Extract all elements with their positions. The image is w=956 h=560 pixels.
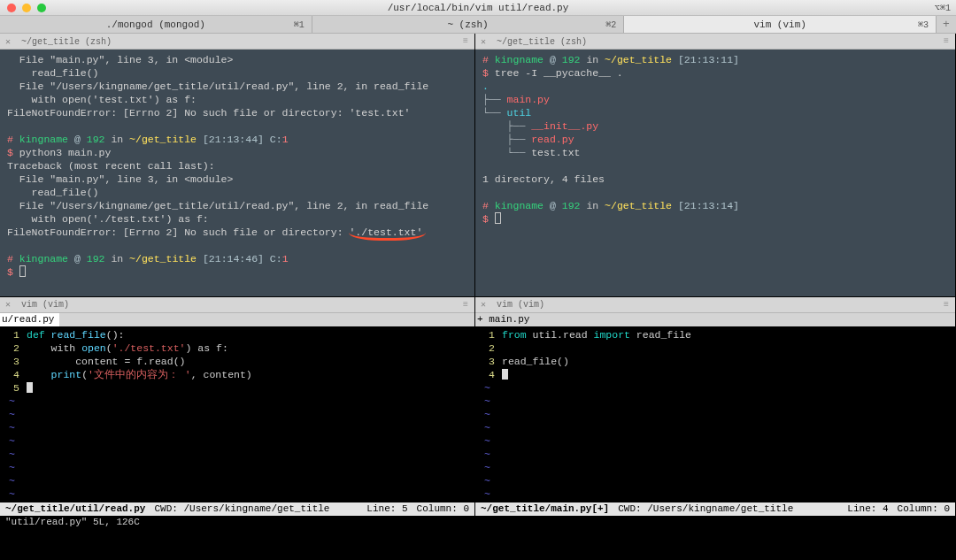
cmd: python3 main.py xyxy=(19,147,112,158)
cursor xyxy=(495,212,501,224)
status-cwd: CWD: /Users/kingname/get_title xyxy=(154,502,329,516)
status-col: Column: 0 xyxy=(898,502,950,516)
close-icon[interactable]: ✕ xyxy=(5,37,11,47)
hamburger-icon[interactable]: ≡ xyxy=(463,300,469,310)
tree-root: . xyxy=(482,81,489,92)
tab-add-button[interactable]: + xyxy=(937,16,956,33)
app-window: /usr/local/bin/vim util/read.py ⌥⌘1 ./mo… xyxy=(0,0,956,560)
cmd: tree -I __pycache__ . xyxy=(495,67,623,79)
tab-label: ~ (zsh) xyxy=(447,19,488,30)
tree-file: read.py xyxy=(531,134,574,145)
tab-shortcut: ⌘1 xyxy=(294,19,305,30)
vim-message xyxy=(475,516,955,529)
pane-title: vim (vim) xyxy=(21,300,69,310)
cursor xyxy=(27,382,33,393)
status-cwd: CWD: /Users/kingname/get_title xyxy=(618,502,793,516)
vim-file-tab[interactable]: + main.py xyxy=(475,313,535,326)
vim-message: "util/read.py" 5L, 126C xyxy=(0,516,474,529)
pane-header: ✕ vim (vim) ≡ xyxy=(0,297,474,313)
tree-summary: 1 directory, 4 files xyxy=(482,173,605,185)
window-title: /usr/local/bin/vim util/read.py xyxy=(0,3,956,13)
tab-zsh[interactable]: ~ (zsh) ⌘2 xyxy=(312,16,625,33)
pane-top-right: ✕ ~/get_title (zsh) ≡ # kingname @ 192 i… xyxy=(475,34,956,297)
tree-file: main.py xyxy=(507,94,550,105)
vim-status-bar: ~/get_title/main.py[+] CWD: /Users/kingn… xyxy=(475,502,955,516)
status-col: Column: 0 xyxy=(417,502,469,516)
tree-file: __init__.py xyxy=(531,120,598,132)
hamburger-icon[interactable]: ≡ xyxy=(463,36,469,46)
vim-tabstrip: + main.py xyxy=(475,313,955,326)
tab-vim[interactable]: vim (vim) ⌘3 xyxy=(624,16,937,33)
hamburger-icon[interactable]: ≡ xyxy=(944,300,950,310)
close-icon[interactable]: ✕ xyxy=(481,300,486,310)
vim-editor[interactable]: u/read.py 1def read_file(): 2 with open(… xyxy=(0,313,474,560)
tab-bar: ./mongod (mongod) ⌘1 ~ (zsh) ⌘2 vim (vim… xyxy=(0,16,956,34)
pane-header: ✕ vim (vim) ≡ xyxy=(475,297,955,313)
hamburger-icon[interactable]: ≡ xyxy=(944,36,950,46)
vim-editor[interactable]: + main.py 1from util.read import read_fi… xyxy=(475,313,955,560)
status-line: Line: 4 xyxy=(847,502,888,516)
err-prefix: FileNotFoundError: [Errno 2] No such fil… xyxy=(7,226,349,238)
terminal[interactable]: # kingname @ 192 in ~/get_title [21:13:1… xyxy=(475,50,955,296)
status-file: ~/get_title/util/read.py xyxy=(5,502,145,516)
vim-code: 1from util.read import read_file 2 3read… xyxy=(475,326,955,502)
vim-tabstrip: u/read.py xyxy=(0,313,474,326)
cursor xyxy=(19,265,26,277)
tab-shortcut: ⌘2 xyxy=(605,19,616,30)
pane-title: ~/get_title (zsh) xyxy=(21,37,112,47)
status-line: Line: 5 xyxy=(366,502,407,516)
cursor xyxy=(502,369,508,380)
error-path-highlighted: './test.txt' xyxy=(349,226,422,239)
pane-bottom-left: ✕ vim (vim) ≡ u/read.py 1def read_file()… xyxy=(0,297,475,561)
tab-shortcut: ⌘3 xyxy=(918,19,929,30)
vim-code: 1def read_file(): 2 with open('./test.tx… xyxy=(0,326,474,502)
pane-title: ~/get_title (zsh) xyxy=(497,37,587,47)
vim-status-bar: ~/get_title/util/read.py CWD: /Users/kin… xyxy=(0,502,474,516)
tab-mongod[interactable]: ./mongod (mongod) ⌘1 xyxy=(0,16,312,33)
terminal[interactable]: File "main.py", line 3, in <module> read… xyxy=(0,50,474,296)
pane-header: ✕ ~/get_title (zsh) ≡ xyxy=(0,34,474,50)
title-bar: /usr/local/bin/vim util/read.py ⌥⌘1 xyxy=(0,0,956,16)
tab-label: vim (vim) xyxy=(753,19,806,30)
pane-top-left: ✕ ~/get_title (zsh) ≡ File "main.py", li… xyxy=(0,34,475,297)
close-icon[interactable]: ✕ xyxy=(5,300,11,310)
close-icon[interactable]: ✕ xyxy=(481,37,486,47)
vim-file-tab[interactable]: u/read.py xyxy=(0,313,59,326)
tree-dir: util xyxy=(507,107,532,119)
tab-label: ./mongod (mongod) xyxy=(106,19,205,30)
tree-file: test.txt xyxy=(531,147,580,158)
status-file: ~/get_title/main.py[+] xyxy=(481,502,609,516)
pane-bottom-right: ✕ vim (vim) ≡ + main.py 1from util.read … xyxy=(475,297,956,561)
pane-grid: ✕ ~/get_title (zsh) ≡ File "main.py", li… xyxy=(0,34,956,560)
traceback-head: File "main.py", line 3, in <module> read… xyxy=(7,54,428,119)
traceback: Traceback (most recent call last): File … xyxy=(7,160,428,225)
pane-header: ✕ ~/get_title (zsh) ≡ xyxy=(475,34,955,50)
window-shortcut: ⌥⌘1 xyxy=(935,3,951,13)
pane-title: vim (vim) xyxy=(497,300,544,310)
